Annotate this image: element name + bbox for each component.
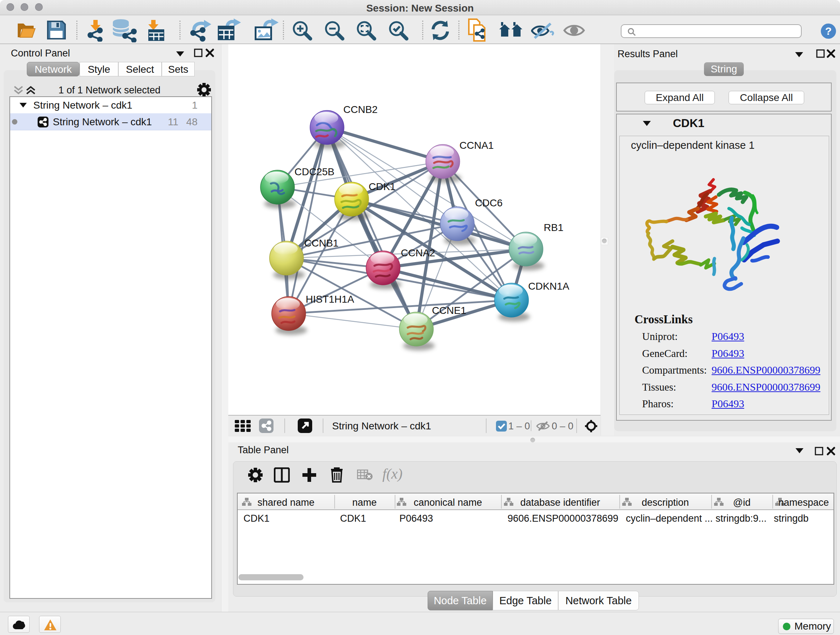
svg-text:CDK1: CDK1 [369, 181, 396, 192]
svg-text:CDC25B: CDC25B [294, 166, 334, 177]
svg-text:?: ? [825, 25, 832, 37]
svg-text:CCNA1: CCNA1 [459, 140, 494, 151]
svg-text:CCNB2: CCNB2 [343, 104, 378, 115]
svg-text:CCNE1: CCNE1 [432, 305, 466, 316]
svg-text:RB1: RB1 [544, 222, 563, 233]
svg-text:CCNB1: CCNB1 [304, 238, 339, 249]
svg-text:CCNA2: CCNA2 [401, 247, 435, 258]
svg-text:CDC6: CDC6 [475, 197, 502, 209]
svg-text:CDKN1A: CDKN1A [528, 280, 569, 292]
svg-text:HIST1H1A: HIST1H1A [306, 294, 354, 305]
